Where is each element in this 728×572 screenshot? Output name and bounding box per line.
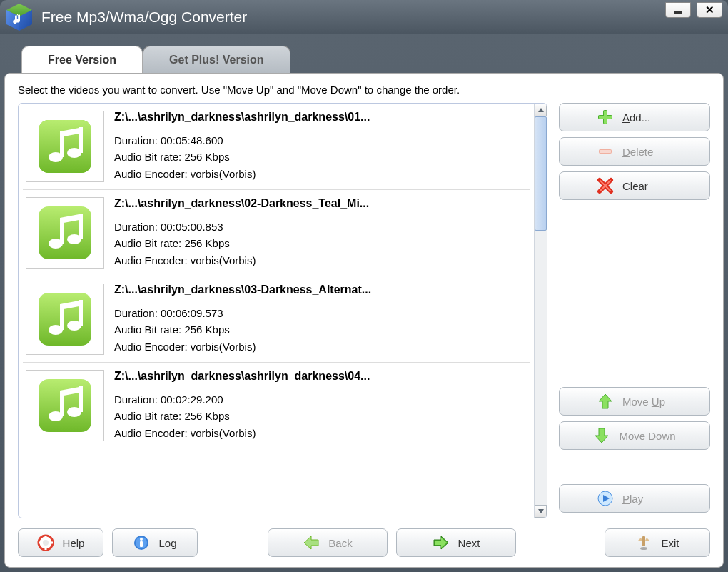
- item-meta: Duration: 00:05:00.853 Audio Bit rate: 2…: [114, 219, 527, 269]
- svg-rect-11: [39, 206, 91, 259]
- svg-marker-37: [599, 394, 612, 408]
- audio-thumb: [26, 197, 104, 269]
- log-button[interactable]: Log: [112, 528, 198, 557]
- scrollbar[interactable]: [534, 104, 547, 518]
- item-title: Z:\...\ashrilyn_darkness\ashrilyn_darkne…: [114, 111, 527, 124]
- scroll-thumb[interactable]: [535, 116, 547, 231]
- button-label: Back: [328, 537, 352, 549]
- window-controls: ✕: [665, 2, 722, 18]
- arrow-left-icon: [303, 534, 320, 551]
- minimize-button[interactable]: [665, 2, 691, 18]
- help-icon: [37, 534, 54, 551]
- svg-point-42: [43, 540, 49, 546]
- item-duration: Duration: 00:02:29.200: [114, 391, 527, 408]
- titlebar: Free Mp3/Wma/Ogg Converter ✕: [0, 0, 728, 34]
- next-button[interactable]: Next: [396, 528, 516, 557]
- play-icon: [597, 490, 614, 507]
- delete-button[interactable]: Delete: [559, 137, 710, 166]
- button-label: Exit: [661, 537, 679, 549]
- file-list: Z:\...\ashrilyn_darkness\ashrilyn_darkne…: [18, 103, 547, 518]
- app-window: Free Mp3/Wma/Ogg Converter ✕ Free Versio…: [0, 0, 728, 572]
- play-button[interactable]: Play: [559, 484, 710, 513]
- button-label: Move Up: [622, 396, 672, 408]
- svg-rect-17: [39, 293, 91, 346]
- side-buttons: Add... Delete Clear Move Up Move: [559, 103, 710, 518]
- tab-plus-version[interactable]: Get Plus! Version: [143, 46, 290, 73]
- button-label: Next: [458, 537, 480, 549]
- item-title: Z:\...\ashrilyn_darkness\ashrilyn_darkne…: [114, 370, 527, 383]
- item-encoder: Audio Encoder: vorbis(Vorbis): [114, 252, 527, 269]
- svg-point-45: [140, 538, 143, 541]
- button-label: Play: [622, 493, 672, 505]
- exit-button[interactable]: Exit: [605, 528, 710, 557]
- content-panel: Select the videos you want to convert. U…: [4, 73, 724, 568]
- scroll-up-button[interactable]: [535, 104, 547, 116]
- item-duration: Duration: 00:05:00.853: [114, 219, 527, 235]
- svg-marker-52: [645, 538, 649, 541]
- item-title: Z:\...\ashrilyn_darkness\02-Darkness_Tea…: [114, 197, 527, 210]
- scroll-down-button[interactable]: [535, 505, 547, 518]
- svg-marker-29: [538, 108, 544, 112]
- add-button[interactable]: Add...: [559, 103, 710, 131]
- list-item[interactable]: Z:\...\ashrilyn_darkness\ashrilyn_darkne…: [23, 108, 530, 190]
- item-meta: Duration: 00:05:48.600 Audio Bit rate: 2…: [114, 132, 527, 182]
- back-button[interactable]: Back: [268, 528, 388, 557]
- item-bitrate: Audio Bit rate: 256 Kbps: [114, 321, 527, 338]
- arrow-up-icon: [597, 393, 614, 410]
- list-item[interactable]: Z:\...\ashrilyn_darkness\03-Darkness_Alt…: [23, 276, 530, 363]
- svg-rect-46: [140, 541, 143, 547]
- item-text: Z:\...\ashrilyn_darkness\02-Darkness_Tea…: [114, 197, 527, 269]
- svg-rect-23: [39, 379, 91, 432]
- list-item[interactable]: Z:\...\ashrilyn_darkness\ashrilyn_darkne…: [23, 363, 530, 448]
- item-text: Z:\...\ashrilyn_darkness\ashrilyn_darkne…: [114, 370, 527, 441]
- audio-thumb: [26, 284, 104, 355]
- tab-free-version[interactable]: Free Version: [21, 46, 143, 73]
- x-icon: [597, 177, 614, 194]
- audio-thumb: [26, 370, 104, 441]
- button-label: Delete: [622, 146, 672, 158]
- item-text: Z:\...\ashrilyn_darkness\03-Darkness_Alt…: [114, 284, 527, 355]
- list-item[interactable]: Z:\...\ashrilyn_darkness\02-Darkness_Tea…: [23, 190, 530, 276]
- item-duration: Duration: 00:05:48.600: [114, 132, 527, 149]
- close-button[interactable]: ✕: [697, 2, 722, 18]
- scroll-track[interactable]: [535, 116, 547, 505]
- item-bitrate: Audio Bit rate: 256 Kbps: [114, 235, 527, 251]
- item-duration: Duration: 00:06:09.573: [114, 305, 527, 321]
- audio-thumb: [26, 111, 104, 182]
- plus-icon: [597, 109, 614, 126]
- button-label: Move Down: [619, 430, 675, 442]
- main-row: Z:\...\ashrilyn_darkness\ashrilyn_darkne…: [18, 103, 710, 518]
- svg-marker-49: [435, 538, 447, 548]
- instruction-text: Select the videos you want to convert. U…: [18, 84, 710, 96]
- item-encoder: Audio Encoder: vorbis(Vorbis): [114, 425, 527, 441]
- bottom-bar: Help Log Back Next Exit: [18, 528, 710, 557]
- clear-button[interactable]: Clear: [559, 171, 710, 200]
- button-label: Add...: [622, 111, 672, 124]
- button-label: Clear: [622, 180, 672, 192]
- arrow-right-icon: [433, 534, 450, 551]
- svg-marker-30: [538, 509, 544, 513]
- app-title: Free Mp3/Wma/Ogg Converter: [41, 9, 665, 26]
- svg-marker-38: [595, 428, 608, 443]
- help-button[interactable]: Help: [18, 528, 103, 557]
- item-meta: Duration: 00:06:09.573 Audio Bit rate: 2…: [114, 305, 527, 355]
- svg-rect-34: [599, 116, 612, 119]
- item-encoder: Audio Encoder: vorbis(Vorbis): [114, 338, 527, 355]
- tab-label: Free Version: [48, 54, 116, 66]
- svg-rect-5: [39, 120, 91, 173]
- info-icon: [133, 534, 150, 551]
- svg-point-53: [640, 547, 647, 550]
- svg-rect-50: [642, 536, 645, 546]
- svg-rect-36: [600, 150, 611, 153]
- move-down-button[interactable]: Move Down: [559, 421, 710, 450]
- button-label: Help: [63, 537, 85, 549]
- arrow-down-icon: [593, 427, 610, 444]
- tabstrip: Free Version Get Plus! Version: [0, 46, 728, 73]
- item-encoder: Audio Encoder: vorbis(Vorbis): [114, 166, 527, 182]
- svg-marker-47: [304, 536, 318, 549]
- app-icon: [4, 2, 34, 32]
- button-label: Log: [158, 537, 176, 549]
- file-list-body[interactable]: Z:\...\ashrilyn_darkness\ashrilyn_darkne…: [19, 104, 534, 518]
- move-up-button[interactable]: Move Up: [559, 387, 710, 416]
- item-meta: Duration: 00:02:29.200 Audio Bit rate: 2…: [114, 391, 527, 441]
